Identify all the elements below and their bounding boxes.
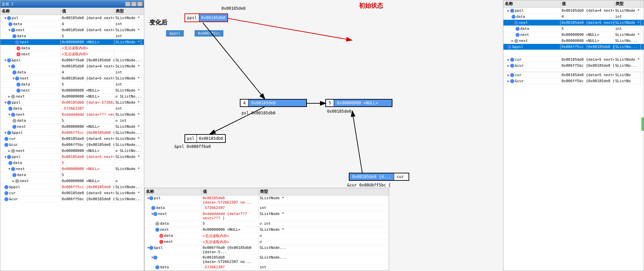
row-value: 0x00000000 <NULL>	[61, 88, 114, 93]
right-table-row[interactable]: ▶&cur 0x006ff5bc {0x00185de8 {data=5 n..…	[503, 63, 644, 69]
table-row[interactable]: ▶next 0x00000000 <NULL> ↺	[0, 178, 144, 184]
table-row[interactable]: next <无法读取内存> ↺	[145, 239, 389, 245]
table-body[interactable]: ▼psl 0x00185db0 {data=4 next=0x0018... S…	[0, 15, 144, 271]
row-value: 0x00185db0 {data=-572662307 ne...	[202, 196, 259, 205]
table-row[interactable]: ▼&psl 0x006ff6a0 {0x00185db0 {data=4 n..…	[0, 57, 144, 63]
right-table-row[interactable]: next 0x00000000 <NULL> SListNode *	[503, 32, 644, 38]
table-row[interactable]: ▼next 0x00185de8 {data=5 next=0x0000... …	[0, 27, 144, 33]
row-name: data	[503, 26, 560, 31]
table-row[interactable]: ▶next 0x00000000 <NULL> ↺ SListNo...	[0, 94, 144, 100]
row-value: 0x00185de8 {data=5 next=0x00...	[61, 191, 114, 196]
titlebar-controls: - □ ×	[125, 2, 143, 6]
row-type: SListNode...	[114, 130, 141, 135]
table-row[interactable]: ✕next <无法读取内存>	[0, 51, 144, 57]
table-row[interactable]: ✕data <无法读取内存>	[0, 45, 144, 51]
table-row[interactable]: ▼next 0x00000000 <NULL> SListNode *	[0, 166, 144, 172]
table-row[interactable]: next 0x00000000 <NULL> SListNode *	[0, 88, 144, 94]
table-row[interactable]: ▼next 0xdddddddd {data=??? next=??? } SL…	[0, 112, 144, 118]
table-row[interactable]: ▼ppsl 0x00185de8 {data=5 next=0x0000... …	[0, 154, 144, 160]
table-row[interactable]: ▼psl 0x00185db0 {data=-572662307 ne... S…	[145, 196, 389, 205]
row-value: 4	[560, 14, 614, 19]
row-value: <无法读取内存>	[61, 45, 114, 51]
right-table-row[interactable]: ▶ppsl 0x00185db0 {data=4 next=0x0018... …	[503, 8, 644, 14]
table-row[interactable]: &cur 0x006ff5bc {0x00185de8 {data=5 n...…	[0, 142, 144, 148]
ppsl-btn[interactable]: &ppsl	[166, 30, 184, 37]
row-type: SListNode *	[114, 40, 141, 45]
row-value: 0x00185de8 {data=5 next=0x0000...	[61, 154, 114, 159]
node-5-box: 5 0x00000000 <NULL>	[325, 99, 392, 107]
row-name: &ppsl	[0, 184, 61, 189]
row-type: SListNode...	[259, 255, 285, 264]
row-value: 0x00000000 <NULL>	[61, 166, 114, 171]
row-value: 0x006ff5cc {0x00185db0 {data=-57...	[61, 130, 114, 135]
table-row[interactable]: ✕data <无法读取内存> ↺	[145, 233, 389, 239]
row-type: SListNode *	[259, 227, 285, 233]
right-table-row[interactable]: ▶cur 0x00185de8 {data=5 next=0x0000... S…	[503, 57, 644, 63]
row-value: 0x00000000 <NULL>	[61, 148, 114, 153]
minimize-btn[interactable]: -	[125, 2, 130, 6]
table-row[interactable]: data -572662307 int	[145, 265, 389, 271]
table-row[interactable]: ▼ppsl 0x00185db0 {data=-572662307 ne... …	[0, 100, 144, 106]
row-name: ▼psl	[145, 196, 202, 205]
table-row[interactable]: data 5	[0, 172, 144, 178]
table-row[interactable]: data 5	[0, 160, 144, 166]
table-row[interactable]: data 5 int	[0, 33, 144, 39]
table-row[interactable]: cur 0x00185de8 {data=5 next=0x00... SLis…	[0, 190, 144, 196]
row-value: 0x00185de8 {data=5 next=0x0000...	[61, 28, 114, 33]
row-name: ▼ppsl	[0, 154, 61, 159]
close-btn[interactable]: ×	[137, 2, 143, 6]
bottom-table[interactable]: 名称 值 类型 ▼psl 0x00185db0 {data=-572662307…	[144, 188, 389, 271]
table-row[interactable]: &cur 0x006ff5bc {0x00185de8 {data=- ... …	[0, 196, 144, 202]
table-row[interactable]: next 0x00000000 <NULL> SListNode *	[145, 227, 389, 233]
table-row[interactable]: ▼ 0x00185db0 {data=-572662307 ne... SLis…	[145, 255, 389, 265]
col-value: 值	[61, 8, 114, 15]
table-row[interactable]: data 5 ↺ int	[145, 221, 389, 227]
right-table-row[interactable]: &ppsl 0x006ff5cc {0x00185db0 {data=4 n..…	[503, 44, 644, 50]
table-row[interactable]: data 4 int	[0, 69, 144, 75]
addr-btn[interactable]: 0x006ff5cc	[195, 30, 223, 37]
row-value: 0x00000000 <NULL>	[202, 227, 259, 233]
table-row[interactable]: data -572662307 int	[145, 205, 389, 211]
table-row[interactable]: data 5 int	[0, 82, 144, 88]
row-value: 0x006ff5cc {0x00185db0 {data=4 n...	[560, 44, 614, 49]
col-type: 类型	[114, 8, 141, 15]
table-row[interactable]: data 5 ↺ int	[0, 118, 144, 124]
right-col-type: 类型	[614, 0, 641, 7]
table-row[interactable]: data -572662307 int	[0, 106, 144, 112]
right-table-row[interactable]: data 4 int	[503, 14, 644, 20]
table-row[interactable]: &ppsl 0x006ff5cc {0x00185de8 {data=5 n..…	[0, 184, 144, 190]
row-name: data	[0, 160, 61, 165]
table-header: 名称 值 类型	[0, 8, 144, 15]
row-value: 0x006ff6a0 {0x00185db0 {data=-5...	[202, 245, 259, 255]
right-table-row[interactable]: ▶&cur 0x006ff5bc {0x00185de8 {data=5 n..…	[503, 78, 644, 84]
row-type: int	[614, 26, 641, 31]
row-type: SListNode...	[114, 197, 141, 202]
table-row[interactable]: ▶next 0x00000000 <NULL> ↺ SListNo...	[0, 148, 144, 154]
table-row[interactable]: ▼next 0x00185de8 {data=5 next=0x0000... …	[0, 75, 144, 82]
table-row[interactable]: ▼&ppsl 0x006ff5cc {0x00185db0 {data=-57.…	[0, 130, 144, 136]
table-row[interactable]: next 0x00000000 <NULL> SListNode *	[0, 124, 144, 130]
row-value: 0x00000000 <NULL>	[61, 40, 114, 45]
row-name: ▼&psl	[145, 245, 202, 255]
row-type: ↺	[114, 178, 141, 183]
right-table-header: 名称 值 类型	[503, 0, 644, 8]
right-table-row[interactable]: ▶next 0x00000000 <NULL> SListNo...	[503, 38, 644, 44]
table-row[interactable]: cur 0x00185de8 {data=5 next=0x0000... SL…	[0, 136, 144, 142]
right-table-row[interactable]	[503, 50, 644, 57]
table-row[interactable]: data 4 int	[0, 21, 144, 27]
table-row[interactable]: ▼next 0x00000000 <NULL> SListNode *	[0, 39, 144, 45]
row-value: 0xdddddddd {data=??? next=??? }	[202, 211, 259, 221]
table-row[interactable]: ▼&psl 0x006ff6a0 {0x00185db0 {data=-5...…	[145, 245, 389, 255]
row-value: -572662307	[202, 265, 259, 270]
maximize-btn[interactable]: □	[131, 2, 137, 6]
right-table-row[interactable]: ▼next 0x00185de8 {data=5 next=0x0000... …	[503, 20, 644, 26]
right-table-row[interactable]: data 5 int	[503, 26, 644, 32]
scroll-indicator[interactable]	[641, 117, 644, 131]
right-table-row[interactable]: ▶cur 0x00185de8 {data=5 next=0x0000... S…	[503, 72, 644, 78]
row-name: data	[145, 221, 202, 227]
right-tree[interactable]: ▶ppsl 0x00185db0 {data=4 next=0x0018... …	[503, 8, 644, 271]
table-row[interactable]: ▼psl 0x00185db0 {data=4 next=0x0018... S…	[0, 15, 144, 21]
table-row[interactable]: ▼ 0x00185db0 {data=4 next=0x0018... SLis…	[0, 63, 144, 69]
row-type: SListNode *	[114, 28, 141, 33]
table-row[interactable]: ▼next 0xdddddddd {data=??? next=??? } SL…	[145, 211, 389, 221]
